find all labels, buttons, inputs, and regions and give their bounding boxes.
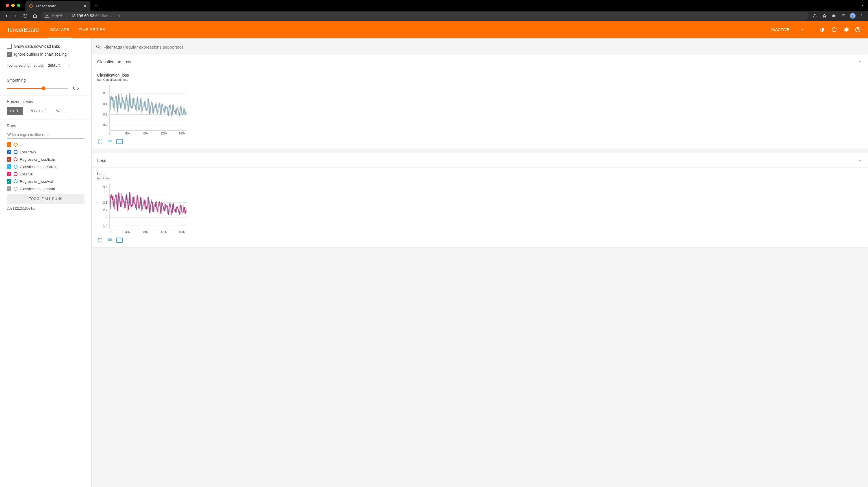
card-body: Loss tag: Loss 1.41.82.22.633.4040k80k12… [92, 167, 868, 247]
chart-card: Classfication_loss Classfication_loss ta… [92, 55, 868, 149]
playlist-icon[interactable] [840, 12, 847, 19]
expand-chart-icon[interactable] [97, 139, 103, 144]
run-row: Regression_loss/train [7, 156, 85, 163]
window-minimize-icon[interactable] [11, 4, 15, 7]
run-checkbox[interactable] [7, 142, 11, 147]
expand-chart-icon[interactable] [97, 237, 103, 242]
run-checkbox[interactable] [7, 164, 11, 169]
chart-title: Loss [97, 171, 862, 176]
extensions-icon[interactable] [831, 12, 837, 19]
new-tab-button[interactable]: + [92, 1, 100, 9]
theme-toggle-icon[interactable] [819, 26, 826, 33]
svg-text:0.3: 0.3 [103, 113, 107, 116]
url-host: 113.198.60.63 [69, 13, 94, 18]
smoothing-slider[interactable] [7, 88, 68, 89]
svg-point-1 [862, 15, 862, 16]
svg-text:120k: 120k [160, 230, 167, 234]
header-tabs: SCALARS TIME SERIES [46, 21, 108, 38]
list-chart-icon[interactable] [107, 139, 113, 144]
star-icon[interactable] [821, 12, 828, 19]
run-color-icon [13, 187, 18, 191]
browser-tab-title: TensorBoard [36, 4, 57, 8]
runs-filter-input[interactable] [7, 131, 85, 139]
window-maximize-icon[interactable] [17, 4, 20, 7]
svg-text:3: 3 [106, 193, 107, 197]
toolbar-right: j [811, 12, 865, 19]
run-color-icon [13, 172, 18, 176]
chart-title: Classfication_loss [97, 73, 862, 77]
tabs-dropdown-icon[interactable] [860, 3, 865, 8]
run-checkbox[interactable] [7, 157, 11, 162]
sb-display-options: Show data download links Ignore outliers… [0, 38, 91, 74]
settings-icon[interactable] [843, 26, 849, 33]
nav-reload-button[interactable] [22, 12, 29, 19]
svg-point-23 [120, 142, 120, 142]
axis-relative-button[interactable]: RELATIVE [26, 107, 50, 115]
card-header[interactable]: Classfication_loss [92, 55, 868, 69]
run-row: Classfication_loss/train [7, 163, 85, 170]
tensorboard-favicon-icon [29, 4, 33, 8]
svg-text:2.2: 2.2 [103, 208, 107, 212]
kebab-menu-icon[interactable] [858, 12, 865, 19]
checkbox-ignore-outliers[interactable] [7, 52, 12, 57]
tag-filter[interactable] [94, 43, 865, 51]
mode-dropdown[interactable]: INACTIVE [769, 26, 806, 33]
share-icon[interactable] [811, 12, 818, 19]
axis-wall-button[interactable]: WALL [53, 107, 69, 115]
svg-text:80k: 80k [143, 230, 148, 234]
card-group-title: Loss [97, 158, 106, 163]
profile-avatar[interactable]: j [850, 13, 856, 19]
label-ignore-outliers: Ignore outliers in chart scaling [14, 52, 67, 57]
run-label: Loss/train [20, 150, 36, 154]
main-panel: Classfication_loss Classfication_loss ta… [92, 38, 868, 487]
svg-text:0.2: 0.2 [103, 124, 107, 127]
run-checkbox[interactable] [7, 172, 11, 176]
address-bar[interactable]: 不安全 | 113.198.60.63:6018/#scalars [41, 12, 809, 20]
close-tab-icon[interactable] [83, 4, 87, 8]
app-header: TensorBoard SCALARS TIME SERIES INACTIVE [0, 21, 868, 38]
smoothing-value[interactable]: 0.6 [72, 85, 85, 91]
card-group-title: Classfication_loss [97, 59, 131, 64]
tab-scalars[interactable]: SCALARS [46, 21, 73, 38]
sb-smoothing: Smoothing 0.6 [0, 74, 91, 95]
fit-chart-icon[interactable] [116, 237, 123, 242]
chart-card: Loss Loss tag: Loss 1.41.82.22.633.4040k… [92, 153, 868, 247]
sidebar: Show data download links Ignore outliers… [0, 38, 92, 487]
tooltip-sort-dropdown[interactable]: default [46, 62, 73, 68]
tab-timeseries[interactable]: TIME SERIES [75, 21, 108, 38]
chart-actions [97, 139, 862, 144]
svg-text:0: 0 [109, 132, 111, 135]
card-header[interactable]: Loss [92, 153, 868, 167]
run-row: Loss/val [7, 170, 85, 178]
run-label: Loss/val [20, 172, 33, 176]
run-checkbox[interactable] [7, 179, 11, 184]
run-checkbox[interactable] [7, 187, 11, 191]
tag-filter-input[interactable] [103, 45, 864, 50]
label-show-download: Show data download links [14, 44, 60, 48]
refresh-icon[interactable] [831, 26, 837, 33]
nav-home-button[interactable] [32, 12, 38, 19]
tab-strip: TensorBoard + [0, 0, 868, 11]
app-body: Show data download links Ignore outliers… [0, 38, 868, 487]
fit-chart-icon[interactable] [116, 139, 123, 144]
svg-text:160k: 160k [179, 230, 185, 234]
insecure-label: 不安全 [52, 13, 63, 19]
svg-point-0 [862, 14, 862, 15]
toggle-all-runs-button[interactable]: TOGGLE ALL RUNS [7, 194, 85, 204]
browser-tab[interactable]: TensorBoard [25, 1, 90, 11]
run-color-icon [13, 157, 18, 161]
help-icon[interactable] [855, 26, 861, 33]
checkbox-show-download[interactable] [7, 44, 12, 49]
nav-back-button[interactable] [3, 12, 10, 19]
chart-tag: tag: Classfication_loss [97, 78, 862, 82]
run-checkbox[interactable] [7, 150, 11, 154]
chevron-up-icon [857, 59, 862, 64]
tooltip-sort-value: default [48, 63, 60, 67]
list-chart-icon[interactable] [107, 237, 113, 242]
runs-label: Runs [7, 124, 85, 128]
nav-forward-button[interactable] [12, 12, 19, 19]
window-close-icon[interactable] [6, 4, 9, 7]
svg-point-3 [856, 27, 860, 32]
chart-svg: 0.20.30.40.5040k80k120k160k [97, 83, 188, 137]
axis-step-button[interactable]: STEP [7, 107, 23, 115]
